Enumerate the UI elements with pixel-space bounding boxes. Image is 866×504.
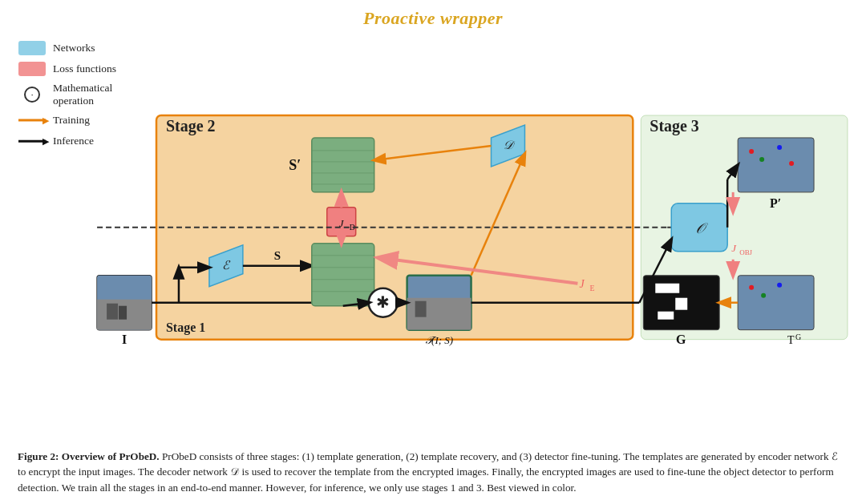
- black-arrow-icon: [18, 139, 46, 143]
- svg-point-64: [777, 283, 782, 288]
- svg-point-62: [749, 285, 754, 290]
- legend-item-training: Training: [18, 112, 155, 128]
- legend-label-mathop: Mathematical operation: [53, 82, 155, 107]
- diagram-area: Networks Loss functions · Mathematical o…: [14, 34, 852, 446]
- svg-text:T: T: [787, 334, 795, 346]
- legend-icon-loss: [18, 61, 47, 77]
- svg-rect-9: [119, 306, 127, 320]
- figure-caption: Figure 2: Overview of PrObeD. PrObeD con…: [14, 449, 852, 496]
- caption-bold: Figure 2: Overview of PrObeD.: [18, 450, 160, 462]
- svg-text:𝒯(I; S): 𝒯(I; S): [425, 334, 453, 346]
- legend-item-mathop: · Mathematical operation: [18, 82, 155, 107]
- svg-rect-68: [655, 284, 679, 293]
- svg-rect-69: [675, 298, 687, 310]
- svg-text:G: G: [795, 333, 801, 341]
- legend-label-networks: Networks: [53, 42, 95, 54]
- svg-rect-70: [658, 312, 674, 320]
- blue-rect-icon: [18, 41, 46, 55]
- legend-label-training: Training: [53, 114, 90, 127]
- svg-text:E: E: [589, 284, 594, 292]
- diagram-svg-area: Stage 2 Stage 3 Stage 1 I ℰ: [155, 34, 852, 446]
- legend-label-inference: Inference: [53, 135, 94, 147]
- legend-item-inference: Inference: [18, 133, 155, 149]
- legend-label-loss: Loss functions: [53, 62, 116, 75]
- svg-text:OBJ: OBJ: [739, 248, 752, 256]
- svg-rect-53: [738, 138, 814, 192]
- svg-text:Stage 3: Stage 3: [650, 117, 699, 135]
- svg-text:S′: S′: [289, 157, 301, 173]
- legend-item-networks: Networks: [18, 40, 155, 56]
- svg-text:S: S: [274, 249, 281, 262]
- main-container: Proactive wrapper Networks Loss function…: [0, 0, 866, 504]
- legend-item-loss: Loss functions: [18, 61, 155, 77]
- svg-point-55: [759, 157, 764, 162]
- orange-arrow-icon: [18, 118, 46, 123]
- svg-text:I: I: [122, 333, 127, 346]
- diagram-title: Proactive wrapper: [14, 8, 852, 29]
- legend-icon-inference: [18, 133, 47, 149]
- circle-dot-icon: ·: [24, 87, 40, 103]
- svg-rect-18: [312, 244, 374, 306]
- svg-point-56: [777, 145, 782, 150]
- svg-text:Stage 2: Stage 2: [166, 117, 216, 135]
- svg-point-54: [749, 149, 754, 154]
- svg-point-57: [789, 161, 794, 166]
- svg-text:✱: ✱: [376, 293, 390, 311]
- svg-rect-61: [738, 276, 814, 330]
- legend: Networks Loss functions · Mathematical o…: [14, 34, 155, 446]
- svg-text:P′: P′: [770, 196, 781, 210]
- red-rect-icon: [18, 62, 46, 76]
- svg-rect-8: [107, 304, 118, 320]
- svg-text:Stage 1: Stage 1: [166, 321, 205, 335]
- svg-point-63: [761, 293, 766, 298]
- legend-icon-networks: [18, 40, 47, 56]
- svg-rect-28: [415, 301, 427, 317]
- svg-text:J: J: [579, 278, 585, 290]
- svg-text:G: G: [676, 333, 686, 346]
- legend-icon-mathop: ·: [18, 87, 47, 103]
- legend-icon-training: [18, 112, 47, 128]
